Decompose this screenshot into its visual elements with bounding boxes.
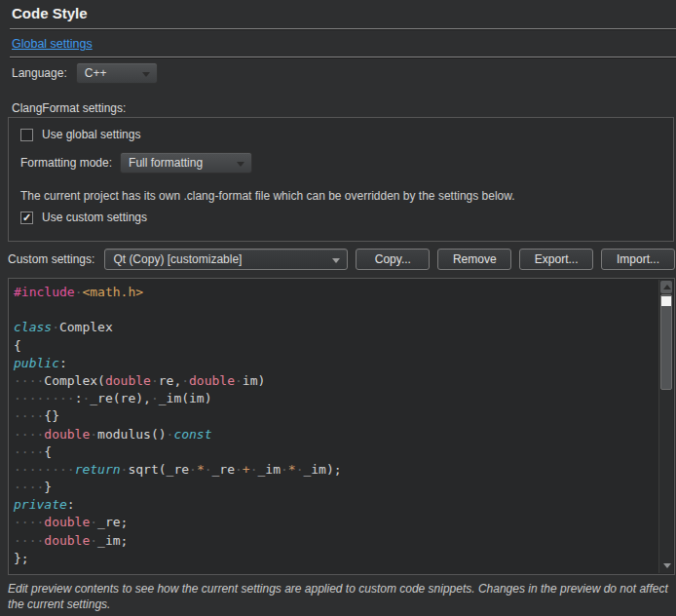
copy-button[interactable]: Copy... [356,249,430,270]
code-line: ····double·_im; [14,532,658,550]
formatting-mode-select[interactable]: Full formatting [120,152,252,173]
title-separator [10,28,676,29]
code-line: class·Complex [14,319,658,336]
scroll-up-icon[interactable] [660,281,672,293]
export-button[interactable]: Export... [519,249,593,270]
use-global-settings-row: Use global settings [20,128,140,141]
code-line: ····{} [14,407,658,425]
clangformat-groupbox: Use global settings Formatting mode: Ful… [8,117,674,242]
use-custom-settings-checkbox[interactable]: ✓ [20,212,33,224]
formatting-mode-label: Formatting mode: [20,156,112,170]
chevron-down-icon [332,258,340,263]
code-style-settings-page: Code Style Global settings Language: C++… [0,0,676,616]
code-line: public: [14,355,658,372]
preview-footnote: Edit preview contents to see how the cur… [8,582,668,613]
code-line: { [14,337,658,355]
clangformat-settings-label: ClangFormat settings: [12,101,126,115]
use-global-settings-checkbox[interactable] [20,129,33,141]
code-line: ········:·_re(re),·_im(im) [14,390,658,407]
code-line: private: [14,496,658,514]
custom-settings-label: Custom settings: [8,252,94,266]
editor-scrollbar[interactable] [658,280,673,573]
code-preview-editor[interactable]: #include·<math.h> class·Complex{public:·… [8,278,675,575]
use-global-settings-label: Use global settings [42,128,140,141]
formatting-mode-row: Formatting mode: Full formatting [20,152,252,173]
code-line: ····{ [14,443,658,461]
code-line: }; [14,550,658,567]
use-custom-settings-label: Use custom settings [42,211,147,224]
code-line: #include·<math.h> [14,284,658,301]
code-line: ····Complex(double·re,·double·im) [14,372,658,390]
link-separator [10,57,676,58]
global-settings-link[interactable]: Global settings [12,37,93,51]
remove-button[interactable]: Remove [437,249,511,270]
code-line: ········return·sqrt(_re·*·_re·+·_im·*·_i… [14,461,658,479]
clang-format-file-note: The current project has its own .clang-f… [20,189,515,203]
code-lines: #include·<math.h> class·Complex{public:·… [9,280,658,573]
language-row: Language: C++ [12,62,158,84]
code-line: ····} [14,479,658,496]
code-line: ····double·_re; [14,514,658,531]
chevron-down-icon [237,162,244,167]
cursor-position-marker [661,296,671,306]
page-title: Code Style [12,5,88,21]
chevron-down-icon [142,72,150,77]
language-select-value: C++ [85,66,107,80]
formatting-mode-select-value: Full formatting [129,156,203,170]
code-line: ····double·modulus()·const [14,426,658,443]
use-custom-settings-row: ✓ Use custom settings [20,211,147,224]
custom-settings-row: Custom settings: Qt (Copy) [customizable… [8,249,675,270]
language-label: Language: [12,66,67,80]
custom-settings-select[interactable]: Qt (Copy) [customizable] [104,249,348,270]
language-select[interactable]: C++ [76,62,158,84]
scrollbar-thumb[interactable] [660,294,672,390]
scroll-down-icon[interactable] [660,559,672,572]
import-button[interactable]: Import... [601,249,675,270]
code-line [14,301,658,319]
custom-settings-select-value: Qt (Copy) [customizable] [113,252,242,266]
